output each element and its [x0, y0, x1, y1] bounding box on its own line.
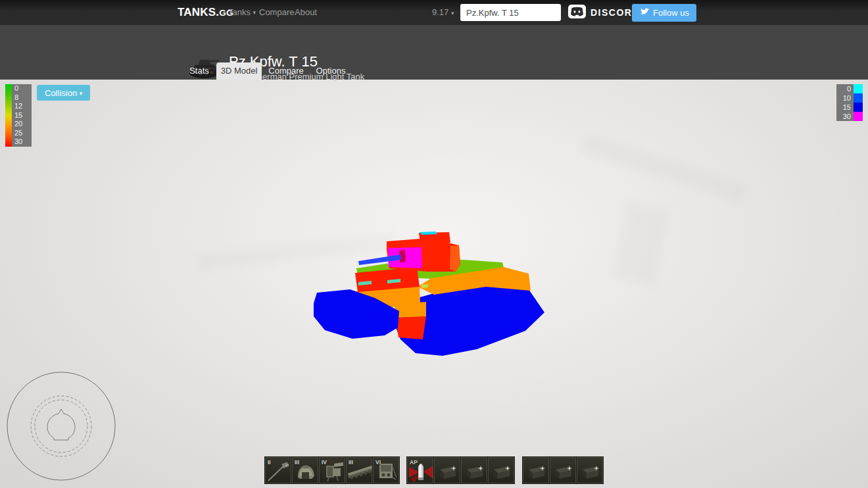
module-tier: III [295, 459, 299, 466]
scale-value: 12 [12, 102, 32, 111]
chevron-down-icon: ▾ [253, 9, 256, 16]
collision-mode-button[interactable]: Collision ▾ [37, 85, 90, 101]
module-tier: III [349, 459, 353, 466]
empty-slot[interactable] [461, 457, 487, 483]
tank-header: Pz.Kpfw. T 15 Tier III German Premium Li… [0, 25, 868, 80]
gun-traverse-indicator [1, 366, 122, 487]
module-slot-radio[interactable]: VI [373, 457, 399, 483]
tab-compare[interactable]: Compare [266, 62, 306, 80]
version-dropdown[interactable]: 9.17 ▾ [432, 0, 454, 25]
crate-icon [577, 458, 604, 484]
scale-value: 0 [12, 84, 32, 93]
scale-value: 20 [12, 120, 32, 129]
tank-lower-hull-front [396, 316, 426, 339]
empty-slot[interactable] [550, 457, 576, 483]
scale-value: 8 [12, 93, 32, 103]
top-navbar: TANKS.GG Tanks ▾ Compare About 9.17 ▾ DI… [0, 0, 868, 25]
tanks-gg-page: TANKS.GG Tanks ▾ Compare About 9.17 ▾ DI… [0, 0, 868, 488]
special-armor-scale: 0 10 15 30 [836, 84, 863, 121]
nav-tanks-menu[interactable]: Tanks ▾ [228, 0, 256, 25]
empty-slot[interactable] [488, 457, 514, 483]
crate-icon [523, 458, 550, 484]
crate-icon [550, 458, 577, 484]
module-slot-gun[interactable]: II [265, 457, 291, 483]
equipment-strip [523, 457, 603, 483]
tab-stats[interactable]: Stats [183, 62, 216, 80]
version-label: 9.17 [432, 7, 448, 17]
model-viewport[interactable]: 0 8 12 15 20 25 30 Collision ▾ 0 10 15 3… [0, 80, 868, 488]
nav-about-link[interactable]: About [295, 0, 317, 25]
special-scale-block [854, 103, 863, 112]
scale-value: 15 [12, 111, 32, 120]
module-tier: IV [322, 459, 327, 466]
shell-slot-ap[interactable]: AP [407, 457, 433, 483]
special-scale-block [854, 84, 863, 93]
scale-value: 0 [836, 84, 854, 93]
special-scale-block [854, 93, 863, 103]
discord-icon [568, 5, 586, 21]
shell-strip: AP [407, 457, 514, 483]
tab-3d-model[interactable]: 3D Model [216, 62, 262, 80]
background-scene [580, 133, 749, 205]
hull-armor-scale: 0 8 12 15 20 25 30 [5, 84, 32, 147]
special-scale-labels: 0 10 15 30 [836, 84, 854, 121]
crate-icon [435, 458, 461, 484]
scale-value: 30 [836, 112, 854, 121]
traverse-range-ring [35, 400, 87, 452]
crate-icon [462, 458, 488, 484]
tab-options[interactable]: Options [312, 62, 350, 80]
search-input[interactable] [460, 4, 561, 21]
empty-slot[interactable] [577, 457, 603, 483]
twitter-follow-button[interactable]: Follow us [632, 4, 696, 22]
special-scale-colors [854, 84, 863, 121]
tank-side-slit [422, 284, 428, 288]
chevron-down-icon: ▾ [80, 90, 83, 97]
nav-about-label: About [295, 7, 317, 17]
site-logo[interactable]: TANKS.GG [178, 0, 233, 25]
discord-link[interactable]: DISCORD [568, 5, 640, 20]
nav-compare-label: Compare [259, 7, 294, 17]
logo-text: TANKS. [178, 6, 219, 18]
scale-value: 25 [12, 129, 32, 138]
module-slot-engine[interactable]: IV [319, 457, 345, 483]
tank-top-view-outline [47, 409, 75, 440]
nav-compare-link[interactable]: Compare [259, 0, 294, 25]
module-strip: II III IV [265, 457, 399, 483]
empty-slot[interactable] [434, 457, 460, 483]
module-tier: II [268, 459, 271, 466]
follow-label: Follow us [653, 8, 689, 18]
scale-value: 15 [836, 103, 854, 112]
module-tier: VI [375, 459, 381, 466]
scale-value: 30 [12, 137, 32, 147]
traverse-range-ring [31, 396, 91, 456]
empty-slot[interactable] [523, 457, 549, 483]
scale-value: 10 [836, 93, 854, 103]
collision-mode-label: Collision [45, 88, 77, 98]
hull-scale-gradient [5, 84, 12, 147]
shell-type-label: AP [410, 459, 418, 466]
background-scene [610, 201, 671, 287]
chevron-down-icon: ▾ [451, 10, 454, 16]
crate-icon [489, 458, 515, 484]
nav-tanks-label: Tanks [228, 7, 251, 17]
module-slot-turret[interactable]: III [292, 457, 318, 483]
special-scale-block [854, 112, 863, 121]
tank-collision-model[interactable] [302, 217, 566, 368]
hull-scale-labels: 0 8 12 15 20 25 30 [12, 84, 32, 147]
module-slot-suspension[interactable]: III [346, 457, 372, 483]
twitter-bird-icon [639, 8, 649, 18]
